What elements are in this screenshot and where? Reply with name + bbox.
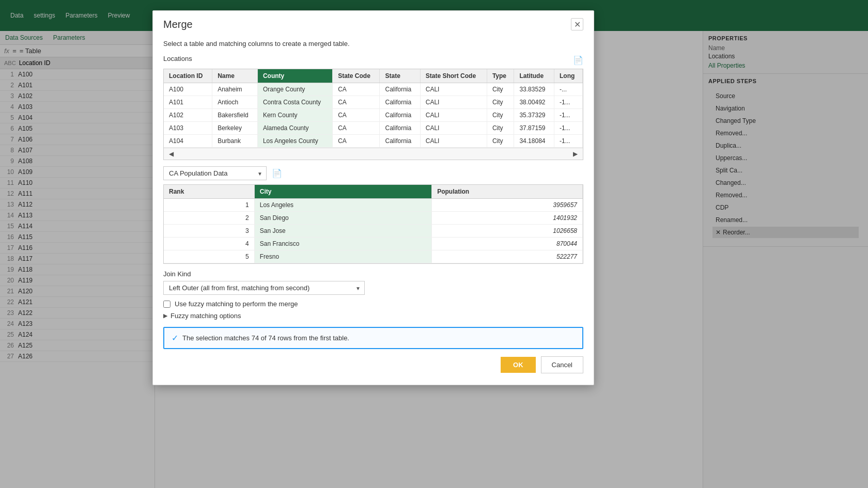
cell-city: Fresno — [254, 250, 431, 263]
col-header-city[interactable]: City — [254, 185, 431, 199]
cell-county: Kern County — [257, 109, 332, 122]
table-row: 4 San Francisco 870044 — [164, 238, 583, 250]
cell-city: San Diego — [254, 212, 431, 225]
table-row: A102 Bakersfield Kern County CA Californ… — [164, 109, 583, 122]
col-header-location-id[interactable]: Location ID — [164, 69, 212, 83]
table-row: A103 Berkeley Alameda County CA Californ… — [164, 122, 583, 135]
cell-long: -1... — [554, 109, 583, 122]
cell-ssc: CALI — [420, 135, 487, 148]
cell-population: 522277 — [432, 250, 583, 263]
fuzzy-checkbox-label: Use fuzzy matching to perform the merge — [175, 300, 298, 308]
col-header-rank[interactable]: Rank — [164, 185, 254, 199]
modal-body: Select a table and matching columns to c… — [153, 35, 594, 385]
table-row: 5 Fresno 522277 — [164, 250, 583, 263]
cell-rank: 3 — [164, 225, 254, 238]
cell-state: California — [380, 96, 420, 109]
col-header-state-short-code[interactable]: State Short Code — [420, 69, 487, 83]
cell-county: Contra Costa County — [257, 96, 332, 109]
first-table-scroll-left[interactable]: ◀ — [167, 150, 176, 158]
cell-name: Berkeley — [212, 122, 258, 135]
selection-status-box: ✓ The selection matches 74 of 74 rows fr… — [163, 327, 583, 349]
second-table-dropdown[interactable]: CA Population Data — [163, 166, 267, 180]
cell-rank: 5 — [164, 250, 254, 263]
cell-state: California — [380, 83, 420, 96]
table-row: A101 Antioch Contra Costa County CA Cali… — [164, 96, 583, 109]
table-row: A100 Anaheim Orange County CA California… — [164, 83, 583, 96]
cell-rank: 4 — [164, 238, 254, 250]
cancel-button[interactable]: Cancel — [541, 356, 583, 373]
cell-name: Anaheim — [212, 83, 258, 96]
col-header-state[interactable]: State — [380, 69, 420, 83]
table-row: 2 San Diego 1401932 — [164, 212, 583, 225]
col-header-county[interactable]: County — [257, 69, 332, 83]
checkmark-icon: ✓ — [172, 333, 178, 343]
cell-rank: 2 — [164, 212, 254, 225]
fuzzy-checkbox-row: Use fuzzy matching to perform the merge — [163, 300, 583, 308]
second-table: Rank City Population 1 Los Angeles 39596… — [164, 185, 583, 263]
cell-name: Burbank — [212, 135, 258, 148]
second-table-wrapper: Rank City Population 1 Los Angeles 39596… — [163, 184, 583, 264]
fuzzy-options-label: Fuzzy matching options — [171, 312, 241, 320]
fuzzy-options-row[interactable]: ▶ Fuzzy matching options — [163, 312, 583, 320]
cell-location-id: A102 — [164, 109, 212, 122]
cell-rank: 1 — [164, 199, 254, 212]
cell-location-id: A100 — [164, 83, 212, 96]
cell-long: -1... — [554, 135, 583, 148]
merge-modal: Merge ✕ Select a table and matching colu… — [152, 10, 594, 385]
cell-name: Bakersfield — [212, 109, 258, 122]
cell-lat: 38.00492 — [514, 96, 554, 109]
cell-ssc: CALI — [420, 83, 487, 96]
first-table-label: Locations — [163, 55, 192, 62]
cell-state-code: CA — [333, 122, 380, 135]
col-header-long[interactable]: Long — [554, 69, 583, 83]
cell-location-id: A103 — [164, 122, 212, 135]
cell-ssc: CALI — [420, 96, 487, 109]
cell-city: Los Angeles — [254, 199, 431, 212]
cell-state-code: CA — [333, 109, 380, 122]
cell-name: Antioch — [212, 96, 258, 109]
second-table-section: CA Population Data ▼ 📄 Rank City Populat… — [163, 166, 583, 264]
cell-lat: 37.87159 — [514, 122, 554, 135]
join-kind-section: Join Kind Left Outer (all from first, ma… — [163, 270, 583, 295]
fuzzy-expand-icon: ▶ — [163, 312, 167, 319]
first-table-nav: ◀ ▶ — [164, 148, 583, 160]
fuzzy-checkbox[interactable] — [163, 301, 171, 308]
first-table: Location ID Name County State Code State… — [164, 69, 583, 148]
cell-city: San Francisco — [254, 238, 431, 250]
cell-county: Los Angeles County — [257, 135, 332, 148]
second-table-icon: 📄 — [272, 168, 282, 178]
cell-lat: 35.37329 — [514, 109, 554, 122]
ok-button[interactable]: OK — [501, 357, 536, 373]
cell-lat: 34.18084 — [514, 135, 554, 148]
cell-location-id: A101 — [164, 96, 212, 109]
cell-county: Orange County — [257, 83, 332, 96]
cell-state-code: CA — [333, 135, 380, 148]
cell-population: 870044 — [432, 238, 583, 250]
join-kind-dropdown-wrapper: Left Outer (all from first, matching fro… — [163, 281, 365, 295]
join-kind-dropdown[interactable]: Left Outer (all from first, matching fro… — [163, 281, 365, 295]
cell-long: -1... — [554, 122, 583, 135]
col-header-state-code[interactable]: State Code — [333, 69, 380, 83]
cell-state: California — [380, 109, 420, 122]
second-table-dropdown-wrapper: CA Population Data ▼ — [163, 166, 267, 180]
join-kind-label: Join Kind — [163, 270, 583, 278]
modal-footer: OK Cancel — [163, 356, 583, 376]
cell-long: -... — [554, 83, 583, 96]
first-table-wrapper: Location ID Name County State Code State… — [163, 69, 583, 160]
col-header-type[interactable]: Type — [487, 69, 514, 83]
table-row: 1 Los Angeles 3959657 — [164, 199, 583, 212]
table-row: 3 San Jose 1026658 — [164, 225, 583, 238]
cell-type: City — [487, 96, 514, 109]
col-header-latitude[interactable]: Latitude — [514, 69, 554, 83]
cell-city: San Jose — [254, 225, 431, 238]
modal-header: Merge ✕ — [153, 11, 594, 35]
cell-ssc: CALI — [420, 122, 487, 135]
cell-type: City — [487, 83, 514, 96]
cell-type: City — [487, 122, 514, 135]
cell-state: California — [380, 122, 420, 135]
first-table-scroll-right[interactable]: ▶ — [571, 150, 580, 158]
cell-population: 1026658 — [432, 225, 583, 238]
col-header-population[interactable]: Population — [432, 185, 583, 199]
col-header-name[interactable]: Name — [212, 69, 258, 83]
close-button[interactable]: ✕ — [571, 18, 583, 30]
